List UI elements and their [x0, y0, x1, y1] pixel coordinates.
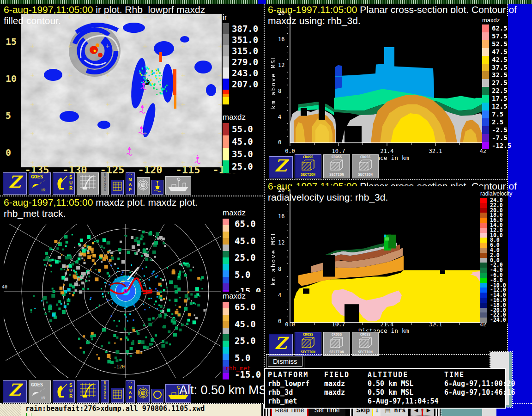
cross-section-button-1[interactable]: CROSSSECTION — [295, 332, 321, 356]
colorbar-value: 2.5 — [492, 118, 503, 126]
svg-text:SECTION: SECTION — [301, 350, 315, 354]
surface-radar-button[interactable]: SUR — [53, 172, 75, 195]
grid-button[interactable] — [111, 180, 124, 195]
colorbar-title: ir — [223, 13, 263, 22]
colorbar-bar — [223, 219, 229, 296]
zeb-logo-button[interactable]: Z — [3, 380, 27, 403]
svg-text:M: M — [128, 385, 132, 390]
colorbar-value: 37.5 — [492, 64, 508, 72]
terminal-hatch — [0, 404, 21, 416]
svg-text:S: S — [69, 383, 73, 388]
map-button[interactable]: MAP — [126, 172, 135, 195]
grid-button[interactable] — [111, 388, 124, 403]
colorbar-row: -24.0 — [480, 318, 508, 323]
panel-xsection-radialvelocity: 6-aug-1997,11:05:00 Planar cross-section… — [266, 180, 508, 356]
colorbar-swatch — [482, 40, 489, 48]
colorbar-title: maxdz — [482, 17, 508, 24]
radar-grid-button[interactable] — [77, 380, 99, 403]
sur-icon: SUR — [54, 173, 73, 194]
xsection-radialvelocity-plot[interactable] — [286, 186, 485, 325]
y-tick-label: 12 — [278, 239, 284, 246]
colorbar-swatch — [482, 64, 489, 72]
buoy-button[interactable] — [151, 180, 163, 195]
radar-grid-button[interactable] — [77, 172, 99, 195]
colorbar-swatch — [223, 34, 229, 45]
circle-button[interactable] — [151, 389, 163, 403]
colorbar-swatch — [480, 238, 487, 243]
svg-text:A: A — [129, 182, 132, 187]
svg-text:SECTION: SECTION — [329, 172, 344, 177]
svg-text:.IR: .IR — [40, 396, 46, 400]
colorbar-row: 25.0 — [223, 160, 263, 173]
panel-title-text: ir plot. Rhb_lowprf maxdz — [93, 4, 205, 15]
colorbar-swatch — [223, 302, 229, 308]
ship-icon — [167, 177, 190, 194]
x-tick-label: 10.7 — [332, 148, 345, 154]
zeb-logo-button[interactable]: Z — [269, 156, 293, 178]
grid-icon — [112, 181, 123, 194]
dismiss-button[interactable]: Dismiss — [268, 356, 302, 367]
x-tick-label: -125 — [100, 164, 125, 176]
ship-button[interactable] — [165, 176, 191, 195]
svg-text:R: R — [69, 394, 73, 399]
radar-range-label: 40 — [2, 284, 7, 289]
colorbar-value: 35.0 — [232, 148, 253, 160]
svg-text:CROSS: CROSS — [303, 155, 314, 159]
colorbar-value: 5.0 — [235, 353, 261, 363]
cross-section-button-2[interactable]: CROSSSECTION — [323, 332, 350, 356]
cross-section-button-2[interactable]: CROSSSECTION — [323, 154, 350, 178]
cross-icon: CROSSSECTION — [296, 154, 320, 178]
bounds-button[interactable]: BOUNDS — [101, 172, 109, 195]
zeb-logo-button[interactable]: Z — [3, 172, 27, 195]
colorbar-row: 52.5 — [482, 40, 508, 48]
goes-ir-button[interactable]: GOES.IR — [29, 172, 51, 195]
svg-text:U: U — [69, 180, 73, 185]
colorbar-value: 57.5 — [492, 32, 508, 40]
sur-icon: SUR — [54, 381, 73, 402]
colorbar-swatch — [223, 90, 229, 94]
terminal-window[interactable]: rain:beaufait:276>xdump.all 970806.1105.… — [0, 404, 261, 416]
colorbar-swatch — [482, 56, 489, 64]
cross-section-button-3[interactable]: CROSSSECTION — [352, 154, 379, 178]
colorbar-swatch — [223, 67, 229, 79]
colorbar-value: 5.0 — [235, 269, 261, 280]
colorbar-swatch — [223, 264, 229, 270]
xsection-maxdz-plot[interactable] — [286, 13, 485, 147]
circle-icon — [152, 389, 163, 402]
surface-radar-button[interactable]: SUR — [53, 380, 75, 403]
radar-plot[interactable] — [4, 224, 221, 378]
y-tick-label: 8 — [278, 88, 281, 94]
svg-text:.IR: .IR — [40, 188, 46, 192]
status-cell — [324, 397, 368, 406]
x-tick-label: -115 — [176, 164, 200, 176]
colorbar-row: 7.5 — [482, 110, 508, 118]
cross-section-button-3[interactable]: CROSSSECTION — [352, 332, 379, 356]
status-cell: rhb_3d — [268, 388, 324, 397]
colorbar-swatch — [223, 123, 229, 135]
status-cell: 6-Aug-97,11:04:54 — [368, 397, 444, 406]
svg-text:CROSS: CROSS — [360, 332, 371, 336]
polar-grid-button[interactable] — [137, 177, 150, 195]
colorbar-swatch — [480, 208, 487, 213]
colorbar-swatch — [482, 95, 489, 103]
polar-grid-button[interactable] — [137, 385, 150, 403]
bounds-button[interactable]: BOUNDS — [101, 380, 109, 403]
panel-title: 6-aug-1997,11:05:00 maxdz plot. maxdz pl… — [4, 197, 198, 208]
svg-text:CROSS: CROSS — [332, 155, 342, 159]
map-button[interactable]: MAP — [126, 380, 135, 403]
cross-section-button-1[interactable]: CROSSSECTION — [295, 154, 321, 178]
colorbar-swatch — [223, 257, 229, 264]
goes-ir-button[interactable]: GOES.IR — [29, 380, 51, 403]
polar-icon — [138, 385, 149, 402]
z-icon: Z — [272, 157, 290, 177]
y-tick-label: 12 — [278, 62, 284, 68]
status-table-row: rhb_3dmaxdz0.50 km MSL6-Aug-97,10:46:16 — [268, 388, 502, 397]
colorbar-swatch — [223, 373, 229, 379]
zeb-logo-button[interactable]: Z — [269, 334, 293, 356]
satellite-plot[interactable] — [21, 14, 222, 167]
colorbar-value: 42.5 — [492, 56, 508, 64]
svg-text:R: R — [69, 186, 73, 191]
status-cell: 0.50 km MSL — [368, 388, 444, 397]
colorbar-row: 22.5 — [482, 87, 508, 95]
colorbar-title: radialvelocity — [480, 190, 508, 197]
